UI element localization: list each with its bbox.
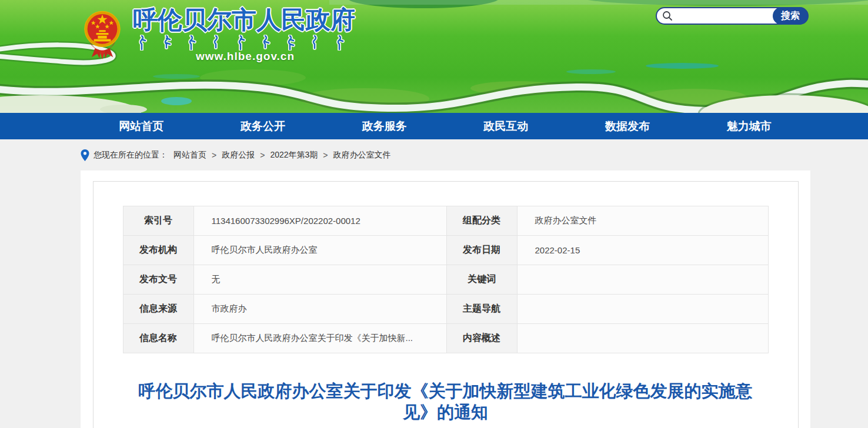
meta-label-topic-nav: 主题导航 — [446, 295, 517, 324]
document-panel: 索引号 1134160073302996XP/202202-00012 组配分类… — [93, 181, 799, 428]
nav-item-data[interactable]: 数据发布 — [567, 113, 689, 139]
nav-item-gov-info[interactable]: 政务公开 — [202, 113, 324, 139]
site-url: www.hlbe.gov.cn — [133, 50, 357, 63]
meta-value-topic-nav — [517, 295, 768, 324]
meta-label-pub-date: 发布日期 — [446, 236, 517, 265]
breadcrumb-item-issue[interactable]: 2022年第3期 — [270, 150, 318, 160]
table-row: 发布机构 呼伦贝尔市人民政府办公室 发布日期 2022-02-15 — [123, 236, 768, 265]
breadcrumb-prefix: 您现在所在的位置： — [94, 150, 168, 160]
mongolian-script — [138, 35, 357, 51]
meta-label-keywords: 关键词 — [446, 265, 517, 295]
meta-label-summary: 内容概述 — [446, 324, 517, 353]
meta-label-index: 索引号 — [123, 206, 193, 236]
meta-value-source: 市政府办 — [193, 295, 446, 324]
table-row: 索引号 1134160073302996XP/202202-00012 组配分类… — [123, 206, 768, 236]
meta-label-publisher: 发布机构 — [123, 236, 193, 265]
meta-value-keywords — [517, 265, 768, 295]
meta-label-source: 信息来源 — [123, 295, 193, 324]
meta-value-doc-number: 无 — [193, 265, 446, 295]
location-pin-icon — [81, 149, 89, 161]
table-row: 发布文号 无 关键词 — [123, 265, 768, 295]
breadcrumb-item-home[interactable]: 网站首页 — [173, 150, 206, 160]
meta-label-doc-number: 发布文号 — [123, 265, 193, 295]
nav-item-services[interactable]: 政务服务 — [323, 113, 445, 139]
breadcrumb: 您现在所在的位置： 网站首页 > 政府公报 > 2022年第3期 > 政府办公室… — [81, 139, 868, 170]
meta-label-info-name: 信息名称 — [123, 324, 193, 353]
meta-value-summary — [517, 324, 768, 353]
national-emblem-icon — [83, 6, 122, 61]
meta-value-info-name: 呼伦贝尔市人民政府办公室关于印发《关于加快新... — [193, 324, 446, 353]
meta-label-category: 组配分类 — [446, 206, 517, 236]
meta-value-publisher: 呼伦贝尔市人民政府办公室 — [193, 236, 446, 265]
meta-value-index: 1134160073302996XP/202202-00012 — [193, 206, 446, 236]
site-banner: 呼伦贝尔市人民政府 — [0, 0, 868, 113]
search-button[interactable]: 搜索 — [773, 7, 808, 25]
breadcrumb-separator: > — [260, 151, 265, 160]
article-title: 呼伦贝尔市人民政府办公室关于印发《关于加快新型建筑工业化绿色发展的实施意见》的通… — [134, 380, 757, 423]
breadcrumb-separator: > — [212, 151, 216, 160]
content-card: 索引号 1134160073302996XP/202202-00012 组配分类… — [81, 170, 810, 428]
site-title[interactable]: 呼伦贝尔市人民政府 — [133, 4, 368, 36]
search-icon — [662, 11, 673, 21]
table-row: 信息名称 呼伦贝尔市人民政府办公室关于印发《关于加快新... 内容概述 — [123, 324, 768, 353]
meta-value-pub-date: 2022-02-15 — [517, 236, 768, 265]
search-box: 搜索 — [656, 7, 809, 25]
breadcrumb-item-category[interactable]: 政府办公室文件 — [333, 150, 391, 160]
nav-item-home[interactable]: 网站首页 — [81, 113, 202, 139]
nav-item-city[interactable]: 魅力城市 — [688, 113, 810, 139]
meta-value-category: 政府办公室文件 — [517, 206, 768, 236]
document-meta-table: 索引号 1134160073302996XP/202202-00012 组配分类… — [123, 206, 769, 353]
breadcrumb-separator: > — [323, 151, 328, 160]
nav-item-interaction[interactable]: 政民互动 — [445, 113, 567, 139]
table-row: 信息来源 市政府办 主题导航 — [123, 295, 768, 324]
search-input[interactable] — [673, 9, 773, 22]
breadcrumb-item-gazette[interactable]: 政府公报 — [222, 150, 255, 160]
main-nav: 网站首页 政务公开 政务服务 政民互动 数据发布 魅力城市 — [0, 113, 868, 139]
